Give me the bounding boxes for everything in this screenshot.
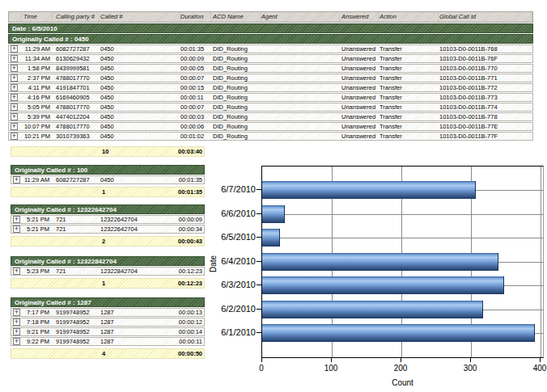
expand-icon[interactable]: + (13, 328, 20, 335)
cell-time: 7:17 PM (24, 309, 52, 316)
expand-cell: + (9, 74, 22, 82)
expand-cell: + (9, 113, 22, 120)
col-header-action[interactable]: Action (379, 12, 439, 22)
expand-icon[interactable]: + (11, 55, 18, 62)
group-summary: 400:00:50 (11, 348, 205, 359)
chart-bar (262, 205, 285, 223)
cell-answered: Unanswered (340, 65, 379, 72)
col-header-global-call-id[interactable]: Global Call Id (439, 12, 532, 22)
summary-total-duration: 00:12:23 (172, 280, 204, 287)
cell-acd-name: DID_Routing (211, 45, 261, 53)
expand-icon[interactable]: + (11, 84, 18, 91)
cell-time: 5:05 PM (22, 103, 53, 111)
y-axis-tick (257, 285, 261, 285)
cell-acd-name: DID_Routing (211, 84, 261, 91)
expand-icon[interactable]: + (13, 216, 20, 223)
cell-time: 4:16 PM (22, 94, 53, 101)
chart-bar (262, 181, 476, 199)
cell-duration: 00:00:15 (180, 84, 211, 91)
cell-action: Transfer (379, 133, 439, 140)
expand-icon[interactable]: + (13, 176, 20, 183)
group-summary: 200:00:43 (11, 236, 205, 247)
table-row: +7:18 PM9199748952128700:00:12 (11, 318, 205, 327)
expand-icon[interactable]: + (13, 226, 20, 233)
y-tick-label: 6/2/2010 (206, 304, 256, 314)
expand-icon[interactable]: + (11, 45, 18, 53)
cell-duration: 00:00:14 (172, 328, 204, 335)
expand-icon[interactable]: + (11, 74, 18, 82)
col-header-duration[interactable]: Duration (180, 12, 211, 22)
expand-cell: + (11, 318, 24, 326)
cell-action: Transfer (379, 55, 439, 62)
cell-calling-party: 4788017770 (53, 74, 100, 82)
col-header-calling-party[interactable]: Calling party # (53, 12, 100, 22)
table-row: +5:23 PM7211232284270400:12:23 (11, 267, 205, 276)
cell-duration: 00:12:23 (172, 268, 204, 275)
cell-duration: 00:00:09 (172, 216, 204, 223)
cell-time: 11:29 AM (24, 176, 52, 183)
expand-cell: + (9, 94, 22, 101)
cell-answered: Unanswered (340, 74, 379, 82)
col-header-agent[interactable]: Agent (261, 12, 340, 22)
call-detail-table: Time Calling party # Called # Duration A… (8, 11, 533, 157)
y-tick-label: 6/4/2010 (206, 256, 256, 266)
cell-time: 7:18 PM (24, 318, 52, 326)
cell-called: 0450 (99, 176, 172, 183)
y-tick-label: 6/7/2010 (206, 184, 256, 194)
cell-acd-name: DID_Routing (211, 55, 261, 62)
cell-answered: Unanswered (340, 133, 379, 140)
originally-called-band: Originally Called # : 0450 (8, 34, 533, 44)
originally-called-band: Originally Called # : 12322642704 (11, 204, 205, 214)
col-header-answered[interactable]: Answered (340, 12, 379, 22)
group-summary: 10 00:03:40 (11, 146, 205, 157)
col-header-time[interactable]: Time (22, 12, 53, 22)
expand-cell: + (11, 268, 24, 275)
originally-called-band: Originally Called # : 12322842704 (11, 256, 205, 266)
cell-time: 11:34 AM (22, 55, 53, 62)
expand-cell: + (9, 84, 22, 91)
cell-global-call-id: 10103-D0-0011B-770 (439, 65, 532, 72)
expand-icon[interactable]: + (11, 94, 18, 101)
col-header-called[interactable]: Called # (100, 12, 180, 22)
cell-global-call-id: 10103-D0-0011B-77E (439, 123, 532, 130)
cell-calling-party: 9199748952 (52, 309, 99, 316)
cell-calling-party: 4191847701 (53, 84, 100, 91)
cell-answered: Unanswered (340, 55, 379, 62)
expand-cell: + (11, 309, 24, 316)
cell-duration: 00:00:13 (172, 309, 204, 316)
col-header-acd-name[interactable]: ACD Name (211, 12, 261, 22)
expand-cell: + (9, 45, 22, 53)
group-section: Originally Called # : 12322842704+5:23 P… (11, 256, 205, 289)
cell-acd-name: DID_Routing (211, 74, 261, 82)
cell-time: 1:58 PM (22, 65, 53, 72)
expand-icon[interactable]: + (11, 113, 18, 120)
group-section: Originally Called # : 1287+7:17 PM919974… (11, 297, 205, 359)
cell-called: 1287 (99, 338, 172, 345)
cell-acd-name: DID_Routing (211, 123, 261, 130)
cell-called: 0450 (100, 133, 180, 140)
expand-icon[interactable]: + (11, 123, 18, 130)
expand-icon[interactable]: + (11, 133, 18, 140)
chart-bar (262, 324, 535, 342)
cell-acd-name: DID_Routing (211, 103, 261, 111)
expand-cell: + (11, 328, 24, 335)
cell-called: 0450 (100, 55, 180, 62)
cell-acd-name: DID_Routing (211, 65, 261, 72)
cell-calling-party: 4474012204 (53, 113, 100, 120)
cell-calling-party: 721 (52, 268, 99, 275)
expand-icon[interactable]: + (13, 268, 20, 275)
cell-global-call-id: 10103-D0-0011B-771 (439, 74, 532, 82)
main-rows-container: +11:29 AM6082727287045000:01:35DID_Routi… (8, 44, 533, 141)
expand-cell: + (9, 133, 22, 140)
table-row: +4:16 PM6169460905045000:00:11DID_Routin… (8, 93, 533, 102)
expand-icon[interactable]: + (13, 309, 20, 316)
cell-called: 0450 (100, 84, 180, 91)
expand-icon[interactable]: + (11, 65, 18, 72)
summary-total-duration: 00:01:35 (172, 188, 204, 196)
x-tick-label: 100 (313, 364, 349, 373)
cell-duration: 00:01:35 (180, 45, 211, 53)
cell-answered: Unanswered (340, 123, 379, 130)
expand-icon[interactable]: + (11, 103, 18, 111)
expand-icon[interactable]: + (13, 338, 20, 345)
expand-icon[interactable]: + (13, 318, 20, 326)
